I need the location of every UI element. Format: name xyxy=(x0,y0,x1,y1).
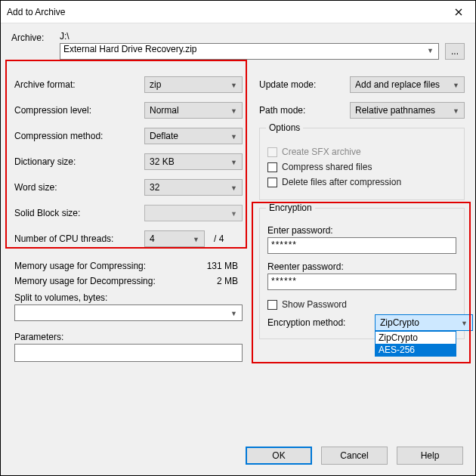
compression-level-value: Normal xyxy=(150,105,179,116)
path-mode-select[interactable]: Relative pathnames ▼ xyxy=(350,102,465,119)
archive-label: Archive: xyxy=(11,31,54,43)
encryption-option-aes256[interactable]: AES-256 xyxy=(376,344,456,356)
dictionary-size-value: 32 KB xyxy=(150,156,175,167)
show-password-label: Show Password xyxy=(282,299,347,310)
word-size-select[interactable]: 32 ▼ xyxy=(144,179,243,196)
chevron-down-icon: ▼ xyxy=(461,320,468,327)
show-password-checkbox[interactable] xyxy=(267,300,277,310)
update-mode-select[interactable]: Add and replace files ▼ xyxy=(350,76,465,93)
encryption-method-select[interactable]: ZipCrypto ▼ xyxy=(375,314,473,331)
archive-format-select[interactable]: zip ▼ xyxy=(144,76,243,93)
reenter-password-input[interactable]: ****** xyxy=(267,274,456,290)
dictionary-size-label: Dictionary size: xyxy=(14,156,144,167)
compression-level-select[interactable]: Normal ▼ xyxy=(144,102,243,119)
chevron-down-icon: ▼ xyxy=(427,47,434,54)
solid-block-size-select: ▼ xyxy=(144,205,243,221)
cpu-threads-select[interactable]: 4 ▼ xyxy=(144,230,205,247)
update-mode-label: Update mode: xyxy=(259,79,342,90)
update-mode-value: Add and replace files xyxy=(355,79,440,90)
delete-after-label: Delete files after compression xyxy=(282,177,401,187)
mem-decompress-value: 2 MB xyxy=(217,276,238,286)
browse-label: ... xyxy=(451,46,459,57)
dictionary-size-select[interactable]: 32 KB ▼ xyxy=(144,153,243,170)
word-size-label: Word size: xyxy=(14,182,144,193)
dialog-window: Add to Archive Archive: J:\ External Har… xyxy=(0,0,476,476)
browse-button[interactable]: ... xyxy=(445,43,465,60)
cpu-threads-label: Number of CPU threads: xyxy=(14,233,144,244)
encryption-method-dropdown: ZipCrypto AES-256 xyxy=(375,331,456,357)
ok-button[interactable]: OK xyxy=(246,447,312,465)
reenter-password-value: ****** xyxy=(271,276,297,286)
enter-password-value: ****** xyxy=(271,240,297,250)
parameters-input[interactable] xyxy=(14,344,243,362)
chevron-down-icon: ▼ xyxy=(230,210,237,218)
path-mode-label: Path mode: xyxy=(259,105,342,116)
encryption-option-zipcrypto[interactable]: ZipCrypto xyxy=(376,332,456,344)
chevron-down-icon: ▼ xyxy=(453,82,459,89)
close-button[interactable] xyxy=(441,1,475,23)
chevron-down-icon: ▼ xyxy=(230,133,237,141)
solid-block-size-label: Solid Block size: xyxy=(14,208,144,218)
dialog-footer: OK Cancel Help xyxy=(246,447,463,465)
chevron-down-icon: ▼ xyxy=(453,107,459,115)
split-volumes-combobox[interactable]: ▼ xyxy=(14,304,243,321)
compress-shared-label: Compress shared files xyxy=(282,162,372,172)
compression-level-label: Compression level: xyxy=(14,105,144,116)
sfx-checkbox xyxy=(267,147,277,157)
mem-decompress-label: Memory usage for Decompressing: xyxy=(14,276,156,286)
chevron-down-icon: ▼ xyxy=(230,184,237,192)
help-label: Help xyxy=(421,450,440,461)
encryption-group: Encryption Enter password: ****** Reente… xyxy=(259,208,465,339)
path-mode-value: Relative pathnames xyxy=(355,105,435,116)
archive-format-label: Archive format: xyxy=(14,79,144,90)
delete-after-checkbox[interactable] xyxy=(267,178,277,187)
mem-compress-value: 131 MB xyxy=(207,261,238,271)
archive-drive: J:\ xyxy=(60,31,439,42)
compression-method-select[interactable]: Deflate ▼ xyxy=(144,128,243,144)
encryption-method-value: ZipCrypto xyxy=(380,317,419,328)
encryption-legend: Encryption xyxy=(266,202,315,213)
sfx-label: Create SFX archive xyxy=(282,147,361,157)
split-volumes-label: Split to volumes, bytes: xyxy=(14,292,243,303)
archive-name-value: External Hard Drive Recovery.zip xyxy=(63,44,197,54)
parameters-label: Parameters: xyxy=(14,332,243,342)
enter-password-label: Enter password: xyxy=(267,225,456,236)
ok-label: OK xyxy=(272,450,285,461)
chevron-down-icon: ▼ xyxy=(230,159,237,166)
cpu-threads-total: / 4 xyxy=(214,233,224,244)
chevron-down-icon: ▼ xyxy=(230,310,237,317)
mem-compress-label: Memory usage for Compressing: xyxy=(14,261,146,271)
help-button[interactable]: Help xyxy=(397,447,463,465)
reenter-password-label: Reenter password: xyxy=(267,261,456,272)
titlebar: Add to Archive xyxy=(1,1,475,23)
cpu-threads-value: 4 xyxy=(150,233,155,244)
cancel-button[interactable]: Cancel xyxy=(321,447,388,465)
enter-password-input[interactable]: ****** xyxy=(267,237,456,254)
word-size-value: 32 xyxy=(150,182,159,193)
compression-method-label: Compression method: xyxy=(14,131,144,141)
archive-name-combobox[interactable]: External Hard Drive Recovery.zip ▼ xyxy=(60,43,439,60)
compress-shared-checkbox[interactable] xyxy=(267,162,277,172)
options-legend: Options xyxy=(266,122,303,133)
chevron-down-icon: ▼ xyxy=(193,236,199,243)
options-group: Options Create SFX archive Compress shar… xyxy=(259,128,465,200)
chevron-down-icon: ▼ xyxy=(230,107,237,115)
compression-method-value: Deflate xyxy=(150,131,178,141)
window-title: Add to Archive xyxy=(7,7,441,17)
close-icon xyxy=(455,8,462,16)
archive-format-value: zip xyxy=(150,79,161,90)
encryption-method-label: Encryption method: xyxy=(267,317,367,328)
chevron-down-icon: ▼ xyxy=(230,82,237,89)
cancel-label: Cancel xyxy=(340,450,368,461)
